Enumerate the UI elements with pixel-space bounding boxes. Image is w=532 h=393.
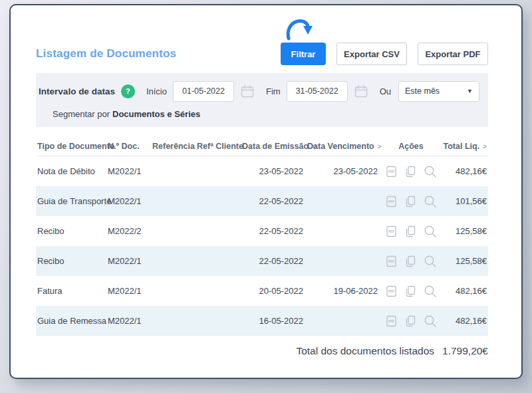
cell-total: 482,16€ <box>440 286 488 296</box>
end-date-input[interactable] <box>287 81 348 102</box>
cell-data_emissao: 23-05-2022 <box>242 166 307 176</box>
search-icon[interactable] <box>423 254 438 269</box>
cell-numero: M2022/2 <box>108 226 150 236</box>
filter-button-wrap: Filtrar <box>281 43 326 65</box>
pointer-arrow-icon <box>283 15 317 43</box>
cell-total: 125,58€ <box>440 256 488 266</box>
pdf-icon[interactable]: PDF <box>385 285 398 298</box>
actions-cell: PDF <box>382 314 440 328</box>
pdf-icon[interactable]: PDF <box>385 255 398 268</box>
date-range-row: Intervalo de datas ? Início Fim <box>36 79 488 103</box>
actions-cell: PDF <box>382 254 440 269</box>
duplicate-icon[interactable] <box>404 195 417 208</box>
cell-numero: M2022/1 <box>108 256 150 266</box>
filter-panel: Intervalo de datas ? Início Fim <box>36 73 488 127</box>
cell-numero: M2022/1 <box>108 196 150 206</box>
table-row: FaturaM2022/120-05-202219-06-2022 PDF 48… <box>36 276 488 306</box>
column-header[interactable]: Data Vencimento> <box>307 142 382 151</box>
column-header[interactable]: Ações <box>382 142 440 151</box>
duplicate-icon[interactable] <box>404 165 417 178</box>
search-icon[interactable] <box>423 224 438 239</box>
cell-numero: M2022/1 <box>108 316 150 326</box>
sort-chevron-icon: > <box>483 143 487 150</box>
column-header[interactable]: Refª Cliente <box>197 142 242 151</box>
table-row: ReciboM2022/122-05-2022 PDF 125,58€ <box>36 246 488 276</box>
svg-text:PDF: PDF <box>388 230 394 233</box>
actions-cell: PDF <box>382 284 440 299</box>
or-label: Ou <box>380 86 391 96</box>
duplicate-icon[interactable] <box>404 255 417 268</box>
start-date-input[interactable] <box>173 81 234 102</box>
segment-value: Documentos e Séries <box>112 109 200 119</box>
svg-text:PDF: PDF <box>388 320 394 323</box>
pdf-icon[interactable]: PDF <box>385 165 398 178</box>
column-header[interactable]: N.º Doc. <box>108 142 150 151</box>
svg-text:PDF: PDF <box>388 260 394 263</box>
pdf-icon[interactable]: PDF <box>385 195 398 208</box>
documents-table: Tipo de DocumentoN.º Doc.ReferênciaRefª … <box>36 136 488 336</box>
cell-total: 482,16€ <box>440 316 488 326</box>
end-date-label: Fim <box>266 86 281 96</box>
total-label: Total dos documentos listados <box>296 345 434 356</box>
table-row: Guia de TransporteM2022/122-05-2022 PDF … <box>36 186 488 216</box>
cell-tipo: Nota de Débito <box>36 166 108 176</box>
table-footer: Total dos documentos listados1.799,20€ <box>36 345 488 357</box>
cell-numero: M2022/1 <box>108 166 150 176</box>
start-date-label: Início <box>146 86 167 96</box>
duplicate-icon[interactable] <box>404 225 417 238</box>
calendar-icon[interactable] <box>240 84 255 98</box>
calendar-icon[interactable] <box>354 84 368 98</box>
cell-tipo: Guia de Remessa <box>36 316 108 326</box>
cell-data_emissao: 22-05-2022 <box>242 256 307 266</box>
search-icon[interactable] <box>423 164 438 179</box>
svg-text:PDF: PDF <box>388 170 394 174</box>
date-range-label: Intervalo de datas <box>39 86 115 96</box>
filter-button[interactable]: Filtrar <box>281 43 326 65</box>
export-pdf-button[interactable]: Exportar PDF <box>418 43 488 65</box>
cell-data_emissao: 22-05-2022 <box>242 226 307 236</box>
cell-numero: M2022/1 <box>108 286 150 296</box>
search-icon[interactable] <box>423 314 438 328</box>
total-value: 1.799,20€ <box>442 345 488 356</box>
cell-tipo: Recibo <box>36 226 108 236</box>
top-bar: Listagem de Documentos Filtrar Exportar … <box>36 43 488 65</box>
segment-label: Segmentar por <box>53 109 110 119</box>
svg-text:PDF: PDF <box>388 200 394 203</box>
export-csv-button[interactable]: Exportar CSV <box>336 43 407 65</box>
preset-select-value: Este mês <box>405 86 440 96</box>
duplicate-icon[interactable] <box>404 315 417 328</box>
duplicate-icon[interactable] <box>404 285 417 298</box>
help-icon[interactable]: ? <box>121 84 135 98</box>
cell-data_vencimento: 19-06-2022 <box>307 286 382 296</box>
actions-cell: PDF <box>382 164 440 179</box>
toolbar-buttons: Filtrar Exportar CSV Exportar PDF <box>281 43 488 65</box>
preset-select[interactable]: Este mês ▼ <box>398 81 479 102</box>
cell-data_emissao: 16-05-2022 <box>242 316 307 326</box>
table-row: Guia de RemessaM2022/116-05-2022 PDF 482… <box>36 306 488 336</box>
table-body: Nota de DébitoM2022/123-05-202223-05-202… <box>36 156 488 336</box>
sort-chevron-icon: > <box>378 143 382 150</box>
cell-total: 101,56€ <box>440 196 488 206</box>
actions-cell: PDF <box>382 194 440 209</box>
chevron-down-icon: ▼ <box>467 88 473 94</box>
cell-tipo: Guia de Transporte <box>36 196 108 206</box>
table-header-row: Tipo de DocumentoN.º Doc.ReferênciaRefª … <box>36 136 488 156</box>
column-header[interactable]: Total Liq.> <box>440 142 488 151</box>
table-row: ReciboM2022/222-05-2022 PDF 125,58€ <box>36 216 488 246</box>
column-header[interactable]: Referência <box>150 142 197 151</box>
cell-data_emissao: 22-05-2022 <box>242 196 307 206</box>
column-header[interactable]: Data de Emissão∨ <box>242 142 307 151</box>
pdf-icon[interactable]: PDF <box>385 225 398 238</box>
page-title: Listagem de Documentos <box>36 47 176 65</box>
table-row: Nota de DébitoM2022/123-05-202223-05-202… <box>36 156 488 186</box>
cell-total: 482,16€ <box>440 166 488 176</box>
search-icon[interactable] <box>423 194 438 209</box>
cell-tipo: Fatura <box>36 286 108 296</box>
svg-text:PDF: PDF <box>388 290 394 293</box>
column-header[interactable]: Tipo de Documento <box>36 142 108 151</box>
pdf-icon[interactable]: PDF <box>385 315 398 328</box>
search-icon[interactable] <box>423 284 438 299</box>
cell-tipo: Recibo <box>36 256 108 266</box>
cell-data_vencimento: 23-05-2022 <box>307 166 382 176</box>
segment-row: Segmentar porDocumentos e Séries <box>36 103 488 120</box>
